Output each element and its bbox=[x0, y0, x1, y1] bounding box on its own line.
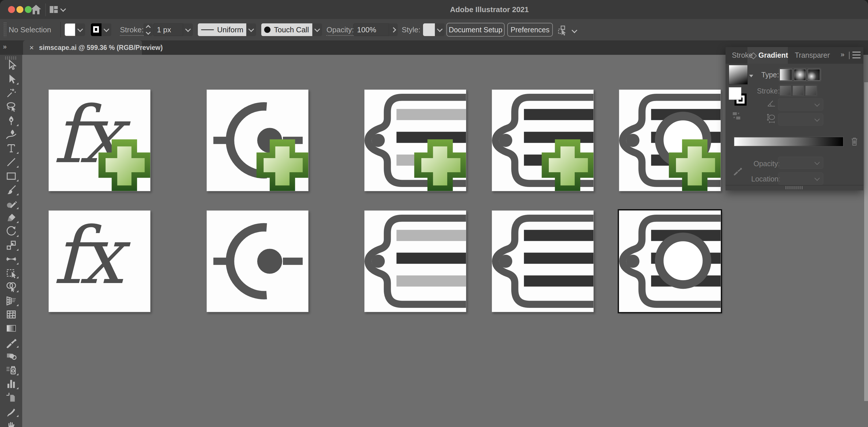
tab-close-icon[interactable]: × bbox=[29, 43, 34, 52]
stroke-weight-stepper[interactable] bbox=[143, 23, 153, 36]
pen-tool[interactable] bbox=[0, 114, 22, 127]
artboard-callout[interactable] bbox=[207, 210, 309, 312]
control-bar-grip[interactable] bbox=[4, 23, 7, 37]
flyout-indicator bbox=[17, 207, 19, 209]
close-window-button[interactable] bbox=[8, 6, 15, 13]
preferences-button[interactable]: Preferences bbox=[507, 23, 553, 37]
tab-stroke[interactable]: Stroke bbox=[732, 51, 753, 59]
width-profile-chevron[interactable] bbox=[246, 23, 256, 36]
flyout-indicator bbox=[17, 387, 19, 389]
artboard-fx-add[interactable]: fx bbox=[49, 89, 151, 191]
window-title: Adobe Illustrator 2021 bbox=[450, 5, 529, 14]
workspace-chevron-down-icon[interactable] bbox=[60, 6, 66, 12]
lasso-tool[interactable] bbox=[0, 100, 22, 114]
stop-opacity-dropdown[interactable] bbox=[778, 157, 823, 169]
opacity-label[interactable]: Opacity: bbox=[327, 25, 354, 36]
stop-location-dropdown[interactable] bbox=[778, 173, 823, 185]
artboard-tool[interactable] bbox=[0, 391, 22, 404]
gradient-tool[interactable] bbox=[0, 322, 22, 335]
magic-wand-tool[interactable] bbox=[0, 86, 22, 100]
blend-tool[interactable] bbox=[0, 349, 22, 363]
gradient-eyedropper-icon[interactable] bbox=[733, 165, 743, 177]
document-setup-button[interactable]: Document Setup bbox=[446, 23, 505, 37]
hand-tool[interactable] bbox=[0, 418, 22, 427]
line-segment-tool[interactable] bbox=[0, 155, 22, 169]
stroke-weight-value[interactable]: 1 px bbox=[153, 23, 183, 36]
document-tab[interactable]: × simscape.ai @ 599.36 % (RGB/Preview) bbox=[23, 40, 142, 55]
opacity-value[interactable]: 100% bbox=[353, 23, 389, 36]
artboard-tag-dark-add[interactable] bbox=[492, 89, 594, 191]
fill-proxy-swatch[interactable] bbox=[729, 87, 741, 100]
artboard-tag-light-add[interactable] bbox=[364, 89, 466, 191]
shape-builder-tool[interactable] bbox=[0, 280, 22, 294]
workspace-switcher-icon[interactable] bbox=[49, 4, 59, 16]
minimize-window-button[interactable] bbox=[17, 6, 23, 13]
rotate-tool[interactable] bbox=[0, 224, 22, 238]
tab-gradient[interactable]: Gradient bbox=[758, 51, 788, 59]
gradient-along-stroke-button[interactable] bbox=[793, 86, 804, 95]
symbol-sprayer-tool[interactable] bbox=[0, 363, 22, 377]
curvature-tool[interactable] bbox=[0, 127, 22, 141]
tag-artwork bbox=[619, 211, 721, 312]
linear-gradient-button[interactable] bbox=[780, 69, 792, 81]
toolbar-expand-icon[interactable]: » bbox=[3, 43, 6, 51]
stroke-color-swatch[interactable] bbox=[91, 23, 101, 36]
radial-gradient-button[interactable] bbox=[794, 69, 806, 81]
isolate-chevron-down-icon[interactable] bbox=[571, 27, 577, 33]
delete-stop-trash-icon[interactable] bbox=[850, 136, 859, 147]
gradient-angle-dropdown[interactable] bbox=[778, 98, 823, 111]
reverse-gradient-icon[interactable] bbox=[732, 112, 742, 120]
perspective-grid-tool[interactable] bbox=[0, 294, 22, 308]
title-bar: Adobe Illustrator 2021 bbox=[0, 0, 868, 19]
free-transform-tool[interactable] bbox=[0, 266, 22, 280]
gradient-across-stroke-button[interactable] bbox=[805, 86, 817, 95]
canvas-vertical-scrollbar[interactable] bbox=[864, 82, 868, 401]
stroke-weight-dropdown[interactable] bbox=[183, 23, 193, 36]
panel-collapse-icon[interactable]: » bbox=[841, 51, 844, 59]
shaper-tool[interactable] bbox=[0, 197, 22, 211]
eyedropper-tool[interactable] bbox=[0, 335, 22, 349]
gradient-preview-dropdown-icon[interactable] bbox=[749, 75, 753, 77]
width-profile-dropdown[interactable]: Uniform bbox=[198, 23, 246, 36]
freeform-gradient-button[interactable] bbox=[808, 69, 820, 81]
fill-color-dropdown[interactable] bbox=[75, 23, 85, 36]
artboard-tag-light[interactable] bbox=[364, 210, 466, 312]
panel-menu-icon[interactable] bbox=[852, 52, 861, 59]
type-tool[interactable] bbox=[0, 141, 22, 155]
paintbrush-tool-icon bbox=[5, 184, 17, 196]
brush-definition-chevron[interactable] bbox=[312, 23, 322, 36]
home-icon[interactable] bbox=[30, 3, 42, 17]
opacity-expand-arrow[interactable] bbox=[389, 23, 398, 36]
tab-transparency[interactable]: Transparen bbox=[795, 51, 830, 59]
eraser-tool[interactable] bbox=[0, 211, 22, 224]
artboard-tag-circle[interactable] bbox=[619, 210, 721, 312]
scale-tool[interactable] bbox=[0, 238, 22, 252]
gradient-slider[interactable] bbox=[734, 137, 843, 146]
column-graph-tool[interactable] bbox=[0, 377, 22, 391]
direct-selection-tool[interactable] bbox=[0, 72, 22, 86]
gradient-within-stroke-button[interactable] bbox=[780, 86, 791, 95]
rectangle-tool[interactable] bbox=[0, 169, 22, 183]
aspect-ratio-icon bbox=[767, 113, 776, 124]
mesh-tool[interactable] bbox=[0, 308, 22, 322]
gradient-preview-swatch[interactable] bbox=[729, 65, 748, 85]
aspect-ratio-dropdown[interactable] bbox=[778, 113, 823, 125]
artboard-tag-dark[interactable] bbox=[492, 210, 594, 312]
isolate-selected-object-icon[interactable] bbox=[557, 24, 569, 37]
selection-tool[interactable] bbox=[0, 58, 22, 72]
artboard-tag-circle-add[interactable] bbox=[619, 89, 721, 191]
style-swatch[interactable] bbox=[423, 23, 435, 36]
line-segment-tool-icon bbox=[5, 156, 17, 168]
stroke-color-dropdown[interactable] bbox=[101, 23, 111, 36]
artboard-callout-add[interactable] bbox=[207, 89, 309, 191]
width-tool[interactable] bbox=[0, 252, 22, 266]
slice-tool[interactable] bbox=[0, 404, 22, 418]
fill-color-swatch[interactable] bbox=[65, 23, 75, 36]
artboard-fx[interactable]: fx bbox=[49, 210, 151, 312]
stroke-weight-label[interactable]: Stroke: bbox=[120, 25, 144, 36]
style-dropdown[interactable] bbox=[435, 23, 445, 36]
brush-definition-dropdown[interactable]: Touch Call... bbox=[261, 23, 312, 36]
panel-resize-grip[interactable] bbox=[785, 186, 803, 189]
panel-tab-divider bbox=[849, 52, 849, 59]
paintbrush-tool[interactable] bbox=[0, 183, 22, 197]
